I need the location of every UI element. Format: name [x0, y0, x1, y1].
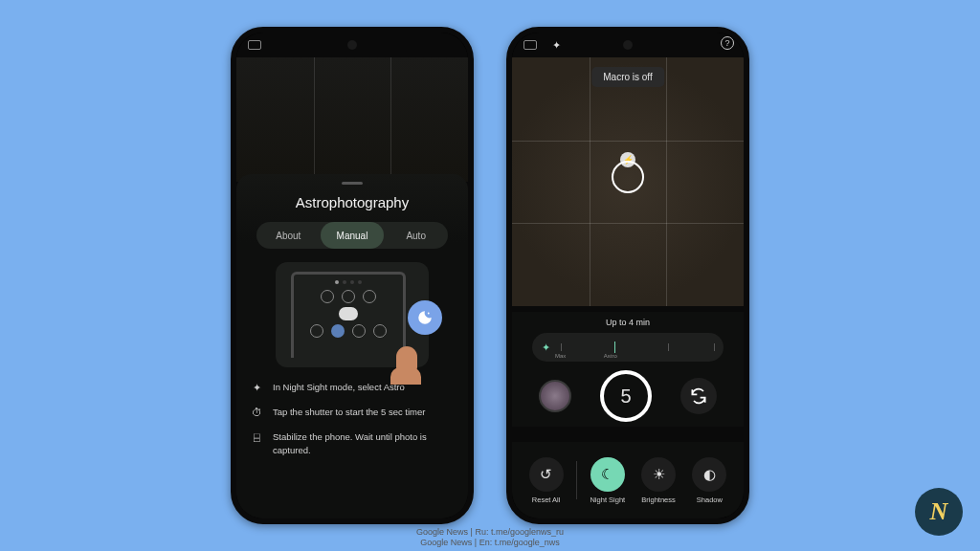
illustration-device-frame	[291, 272, 406, 358]
viewfinder[interactable]: Macro is off ⚡	[512, 57, 744, 306]
help-icon[interactable]: ?	[721, 36, 734, 50]
mini-exposure-icon	[321, 290, 334, 303]
tab-manual[interactable]: Manual	[321, 222, 385, 249]
drag-handle[interactable]	[342, 182, 363, 185]
front-camera-dot	[623, 40, 633, 50]
tab-label: Brightness	[641, 496, 675, 504]
tip-text: In Night Sight mode, select Astro	[273, 381, 405, 394]
reset-icon: ↺	[529, 457, 564, 492]
tip-row: ⌸ Stabilize the phone. Wait until photo …	[250, 430, 455, 457]
front-camera-dot	[347, 40, 357, 50]
tab-label: Night Sight	[590, 496, 625, 504]
footer-line-1: Google News | Ru: t.me/googlenws_ru	[0, 527, 980, 539]
timer-icon: ⏱	[250, 406, 263, 421]
tab-night-sight[interactable]: ☾ Night Sight	[585, 457, 630, 504]
tab-auto[interactable]: Auto	[384, 222, 448, 249]
tip-text: Stabilize the phone. Wait until photo is…	[273, 430, 455, 457]
tab-shadow[interactable]: ◐ Shadow	[687, 457, 732, 504]
viewfinder[interactable]	[236, 57, 468, 182]
tab-label: Shadow	[697, 496, 723, 504]
mini-video-icon	[352, 324, 366, 338]
phone-right: ✦ ? Macro is off ⚡ Up to 4 min ✦	[506, 27, 749, 524]
astro-sheet: Astrophotography About Manual Auto	[236, 174, 468, 518]
phone-pair: Astrophotography About Manual Auto	[0, 0, 980, 524]
capture-row: 5	[512, 365, 744, 427]
mini-night-icon	[373, 324, 387, 338]
slider-track[interactable]: Max Astro	[561, 342, 714, 352]
tip-text: Tap the shutter to start the 5 sec timer	[273, 406, 425, 419]
tab-label: Reset All	[532, 496, 561, 504]
phone-left: Astrophotography About Manual Auto	[231, 27, 474, 524]
finger-illustration	[396, 346, 417, 375]
aspect-icon[interactable]	[248, 40, 261, 50]
camera-flip-button[interactable]	[680, 378, 717, 414]
effects-icon[interactable]: ✦	[552, 39, 561, 52]
screen-right: ✦ ? Macro is off ⚡ Up to 4 min ✦	[512, 33, 744, 518]
gallery-thumbnail[interactable]	[539, 380, 571, 412]
footer-caption: Google News | Ru: t.me/googlenws_ru Goog…	[0, 527, 980, 549]
page-dots	[300, 280, 397, 284]
sparkle-adjust-icon: ✦	[542, 342, 553, 354]
screen-left: Astrophotography About Manual Auto	[236, 33, 468, 518]
stabilize-icon: ⌸	[250, 430, 263, 446]
illustration-panel	[276, 262, 429, 367]
mode-segmented-control: About Manual Auto	[256, 222, 448, 249]
tip-row: ✦ In Night Sight mode, select Astro	[250, 381, 455, 396]
slider-min-label: Max	[555, 353, 566, 359]
footer-line-2: Google News | En: t.me/google_nws	[0, 538, 980, 549]
moon-icon: ☾	[590, 457, 625, 492]
shutter-button[interactable]: 5	[600, 370, 652, 422]
watermark-logo: N	[915, 488, 963, 536]
tab-reset-all[interactable]: ↺ Reset All	[523, 457, 568, 504]
exposure-panel: Up to 4 min ✦ Max Astro	[512, 312, 744, 371]
exposure-slider[interactable]: ✦ Max Astro	[532, 333, 724, 362]
mini-slider-icon	[339, 307, 358, 320]
tips-list: ✦ In Night Sight mode, select Astro ⏱ Ta…	[250, 381, 455, 456]
focus-ring[interactable]	[612, 161, 644, 193]
exposure-label: Up to 4 min	[525, 318, 730, 327]
shutter-countdown: 5	[620, 386, 631, 408]
bottom-adjust-tabs: ↺ Reset All ☾ Night Sight ☀ Brightness ◐…	[512, 442, 744, 518]
sparkle-icon: ✦	[250, 381, 263, 396]
tab-about[interactable]: About	[256, 222, 321, 249]
sheet-title: Astrophotography	[250, 194, 455, 210]
svg-point-0	[428, 313, 430, 315]
divider	[576, 461, 577, 499]
contrast-icon: ◐	[692, 457, 726, 492]
tab-brightness[interactable]: ☀ Brightness	[635, 457, 680, 504]
sun-icon: ☀	[641, 457, 676, 492]
mini-flip-icon	[363, 290, 376, 303]
astro-badge-icon	[408, 300, 442, 335]
tip-row: ⏱ Tap the shutter to start the 5 sec tim…	[250, 406, 455, 421]
mini-moon-icon	[342, 290, 355, 303]
mini-camera-icon	[331, 324, 345, 338]
mini-gear-icon	[310, 324, 323, 338]
macro-toast: Macro is off	[591, 67, 664, 87]
aspect-icon[interactable]	[523, 40, 537, 50]
slider-max-label: Astro	[604, 353, 617, 359]
